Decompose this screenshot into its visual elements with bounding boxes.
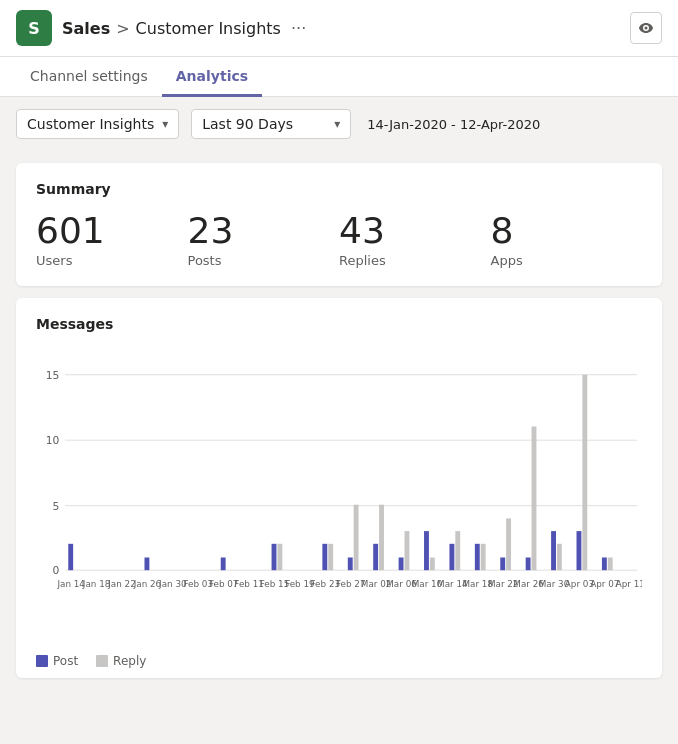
svg-rect-25 (475, 543, 480, 569)
svg-rect-32 (557, 543, 562, 569)
svg-rect-36 (608, 557, 613, 570)
svg-rect-33 (577, 531, 582, 570)
header: S Sales > Customer Insights ··· (0, 0, 678, 57)
messages-chart-svg: 15 10 5 0 (36, 342, 642, 642)
breadcrumb: Sales > Customer Insights ··· (62, 19, 306, 38)
svg-rect-10 (221, 557, 226, 570)
svg-text:5: 5 (53, 499, 60, 512)
svg-rect-8 (68, 543, 73, 569)
summary-title: Summary (36, 181, 642, 197)
svg-rect-15 (348, 557, 353, 570)
stat-apps-label: Apps (491, 253, 643, 268)
tabs-bar: Channel settings Analytics (0, 57, 678, 97)
svg-rect-29 (526, 557, 531, 570)
legend-post-color (36, 655, 48, 667)
svg-rect-19 (399, 557, 404, 570)
svg-rect-28 (506, 518, 511, 570)
breadcrumb-sales: Sales (62, 19, 110, 38)
svg-rect-9 (144, 557, 149, 570)
svg-text:Jan 14: Jan 14 (56, 578, 85, 588)
insight-type-arrow: ▾ (162, 117, 168, 131)
insight-type-dropdown[interactable]: Customer Insights ▾ (16, 109, 179, 139)
svg-rect-23 (449, 543, 454, 569)
svg-rect-24 (455, 531, 460, 570)
breadcrumb-current: Customer Insights (136, 19, 281, 38)
svg-rect-22 (430, 557, 435, 570)
svg-rect-21 (424, 531, 429, 570)
chart-area: 15 10 5 0 (36, 342, 642, 642)
chart-title: Messages (36, 316, 642, 332)
legend-reply: Reply (96, 654, 146, 668)
date-range-display: 14-Jan-2020 - 12-Apr-2020 (367, 117, 540, 132)
date-range-arrow: ▾ (334, 117, 340, 131)
stat-apps: 8 Apps (491, 211, 643, 268)
svg-text:10: 10 (46, 434, 60, 447)
stat-posts-value: 23 (188, 211, 340, 251)
stat-posts: 23 Posts (188, 211, 340, 268)
svg-rect-34 (582, 374, 587, 569)
chart-legend: Post Reply (36, 650, 642, 668)
stat-users-value: 601 (36, 211, 188, 251)
svg-text:15: 15 (46, 368, 60, 381)
svg-rect-11 (272, 543, 277, 569)
svg-rect-26 (481, 543, 486, 569)
svg-text:Jan 18: Jan 18 (82, 578, 111, 588)
filter-controls: Customer Insights ▾ Last 90 Days ▾ 14-Ja… (0, 97, 678, 151)
svg-text:Jan 22: Jan 22 (107, 578, 136, 588)
svg-rect-12 (277, 543, 282, 569)
stat-apps-value: 8 (491, 211, 643, 251)
svg-text:Jan 30: Jan 30 (158, 578, 187, 588)
stat-users-label: Users (36, 253, 188, 268)
svg-rect-14 (328, 543, 333, 569)
stat-replies: 43 Replies (339, 211, 491, 268)
svg-rect-31 (551, 531, 556, 570)
legend-reply-label: Reply (113, 654, 146, 668)
svg-rect-17 (373, 543, 378, 569)
svg-rect-30 (532, 426, 537, 570)
view-button[interactable] (630, 12, 662, 44)
legend-post: Post (36, 654, 78, 668)
summary-card: Summary 601 Users 23 Posts 43 Replies 8 … (16, 163, 662, 286)
svg-text:0: 0 (53, 564, 60, 577)
legend-post-label: Post (53, 654, 78, 668)
svg-rect-16 (354, 504, 359, 569)
stat-replies-label: Replies (339, 253, 491, 268)
svg-rect-35 (602, 557, 607, 570)
more-options-icon[interactable]: ··· (291, 19, 306, 38)
messages-chart-card: Messages 15 10 5 0 (16, 298, 662, 678)
header-right (630, 12, 662, 44)
stat-users: 601 Users (36, 211, 188, 268)
date-range-dropdown[interactable]: Last 90 Days ▾ (191, 109, 351, 139)
tab-analytics[interactable]: Analytics (162, 58, 262, 97)
svg-rect-13 (322, 543, 327, 569)
eye-icon (638, 20, 654, 36)
insight-type-label: Customer Insights (27, 116, 154, 132)
stat-replies-value: 43 (339, 211, 491, 251)
stat-posts-label: Posts (188, 253, 340, 268)
app-icon: S (16, 10, 52, 46)
breadcrumb-separator: > (116, 19, 129, 38)
summary-stats: 601 Users 23 Posts 43 Replies 8 Apps (36, 211, 642, 268)
tab-channel-settings[interactable]: Channel settings (16, 58, 162, 97)
legend-reply-color (96, 655, 108, 667)
svg-rect-27 (500, 557, 505, 570)
svg-rect-20 (404, 531, 409, 570)
main-content: Summary 601 Users 23 Posts 43 Replies 8 … (0, 151, 678, 690)
date-range-label: Last 90 Days (202, 116, 326, 132)
svg-rect-18 (379, 504, 384, 569)
svg-text:Jan 26: Jan 26 (133, 578, 162, 588)
svg-text:Apr 11: Apr 11 (616, 578, 642, 588)
